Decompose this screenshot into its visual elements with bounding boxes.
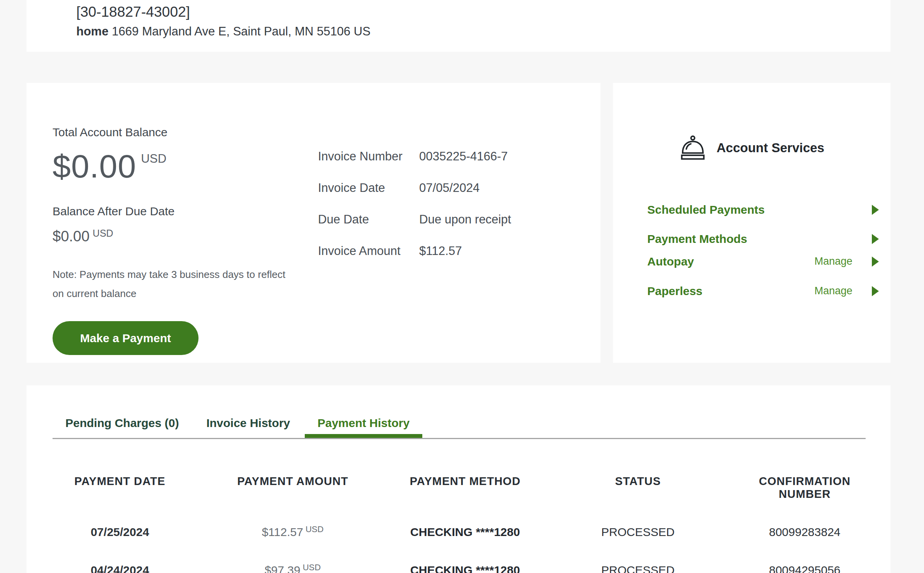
payment-note: Note: Payments may take 3 business days … (53, 265, 305, 303)
due-date-row: Due Date Due upon receipt (318, 213, 511, 226)
account-billing-page: [30-18827-43002] home 1669 Maryland Ave … (0, 0, 924, 573)
invoice-amount-row: Invoice Amount $112.57 (318, 244, 511, 257)
total-balance-amount: $0.00USD (53, 148, 305, 185)
history-tabs: Pending Charges (0) Invoice History Paym… (53, 417, 866, 439)
chevron-right-icon (872, 286, 879, 296)
balance-column: Total Account Balance $0.00USD Balance A… (53, 126, 305, 363)
table-header-row: PAYMENT DATE PAYMENT AMOUNT PAYMENT METH… (53, 475, 866, 501)
history-card: Pending Charges (0) Invoice History Paym… (26, 385, 891, 573)
account-services-header: Account Services (613, 135, 891, 160)
table-row: 07/25/2024 $112.57USD CHECKING ****1280 … (53, 526, 866, 539)
service-item-scheduled-payments[interactable]: Scheduled Payments (647, 203, 879, 216)
make-a-payment-button[interactable]: Make a Payment (53, 321, 199, 355)
header-payment-amount: PAYMENT AMOUNT (187, 475, 398, 488)
service-item-autopay[interactable]: Autopay Manage (647, 255, 879, 268)
after-due-label: Balance After Due Date (53, 205, 305, 218)
account-services-card: Account Services Scheduled Payments Paym… (613, 83, 891, 363)
autopay-manage-link[interactable]: Manage (814, 255, 852, 267)
invoice-details: Invoice Number 0035225-4166-7 Invoice Da… (318, 126, 511, 363)
invoice-number-row: Invoice Number 0035225-4166-7 (318, 150, 511, 163)
after-due-amount: $0.00USD (53, 228, 305, 245)
currency-label: USD (303, 562, 321, 572)
status-badge: PROCESSED (532, 564, 744, 573)
service-item-paperless[interactable]: Paperless Manage (647, 285, 879, 297)
table-row: 04/24/2024 $97.39USD CHECKING ****1280 P… (53, 564, 866, 573)
status-badge: PROCESSED (532, 526, 744, 539)
account-services-title: Account Services (717, 141, 824, 155)
address-text: 1669 Maryland Ave E, Saint Paul, MN 5510… (112, 25, 371, 38)
balance-invoice-card: Total Account Balance $0.00USD Balance A… (26, 83, 601, 363)
address-type-label: home (76, 25, 109, 38)
tab-pending-charges[interactable]: Pending Charges (0) (53, 417, 192, 438)
chevron-right-icon (872, 257, 879, 267)
tab-invoice-history[interactable]: Invoice History (193, 417, 303, 438)
account-number: [30-18827-43002] (76, 3, 891, 21)
chevron-right-icon (872, 205, 879, 215)
service-item-payment-methods[interactable]: Payment Methods (647, 232, 879, 245)
header-payment-method: PAYMENT METHOD (398, 475, 532, 488)
currency-label: USD (93, 228, 113, 239)
currency-label: USD (306, 524, 323, 534)
tab-payment-history[interactable]: Payment History (305, 417, 423, 438)
account-services-list: Scheduled Payments Payment Methods Autop… (647, 203, 879, 297)
chevron-right-icon (872, 234, 879, 244)
paperless-manage-link[interactable]: Manage (814, 285, 852, 297)
total-balance-label: Total Account Balance (53, 126, 305, 139)
account-address: home 1669 Maryland Ave E, Saint Paul, MN… (76, 24, 891, 39)
header-status: STATUS (532, 475, 744, 488)
payment-history-table: PAYMENT DATE PAYMENT AMOUNT PAYMENT METH… (53, 475, 866, 573)
header-payment-date: PAYMENT DATE (53, 475, 187, 488)
account-summary-card: [30-18827-43002] home 1669 Maryland Ave … (26, 0, 891, 52)
currency-label: USD (141, 152, 166, 165)
header-confirmation-number: CONFIRMATION NUMBER (744, 475, 866, 501)
invoice-date-row: Invoice Date 07/05/2024 (318, 181, 511, 194)
service-bell-icon (679, 135, 706, 160)
